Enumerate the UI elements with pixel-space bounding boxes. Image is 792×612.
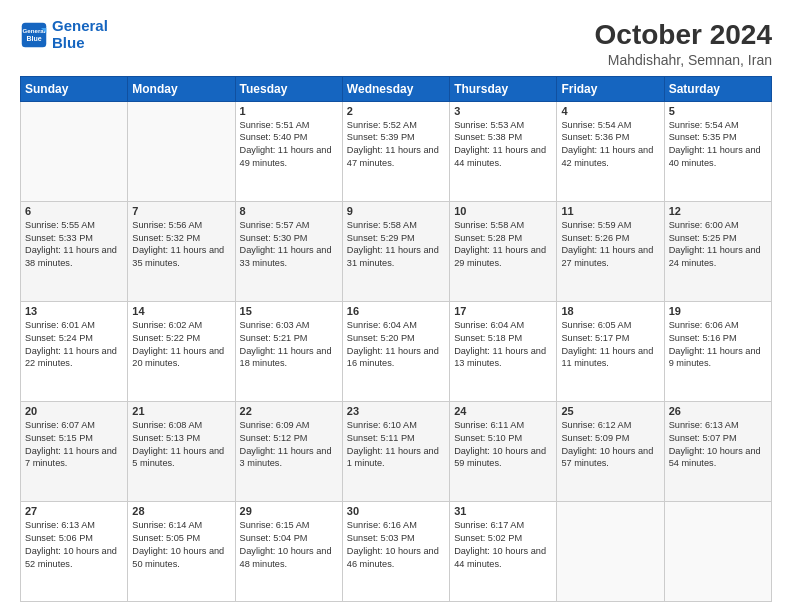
day-detail: Sunrise: 6:10 AM Sunset: 5:11 PM Dayligh… bbox=[347, 419, 445, 471]
day-number: 11 bbox=[561, 205, 659, 217]
weekday-header: Saturday bbox=[664, 76, 771, 101]
day-detail: Sunrise: 6:13 AM Sunset: 5:06 PM Dayligh… bbox=[25, 519, 123, 571]
day-detail: Sunrise: 6:15 AM Sunset: 5:04 PM Dayligh… bbox=[240, 519, 338, 571]
day-number: 1 bbox=[240, 105, 338, 117]
calendar-week-row: 1Sunrise: 5:51 AM Sunset: 5:40 PM Daylig… bbox=[21, 101, 772, 201]
calendar-cell: 19Sunrise: 6:06 AM Sunset: 5:16 PM Dayli… bbox=[664, 301, 771, 401]
calendar-cell: 15Sunrise: 6:03 AM Sunset: 5:21 PM Dayli… bbox=[235, 301, 342, 401]
logo-icon: General Blue bbox=[20, 21, 48, 49]
calendar-cell bbox=[664, 501, 771, 601]
calendar-cell: 10Sunrise: 5:58 AM Sunset: 5:28 PM Dayli… bbox=[450, 201, 557, 301]
logo-text: General Blue bbox=[52, 18, 108, 51]
calendar-cell: 1Sunrise: 5:51 AM Sunset: 5:40 PM Daylig… bbox=[235, 101, 342, 201]
day-number: 6 bbox=[25, 205, 123, 217]
day-detail: Sunrise: 6:16 AM Sunset: 5:03 PM Dayligh… bbox=[347, 519, 445, 571]
weekday-header: Thursday bbox=[450, 76, 557, 101]
day-detail: Sunrise: 5:53 AM Sunset: 5:38 PM Dayligh… bbox=[454, 119, 552, 171]
calendar-cell: 20Sunrise: 6:07 AM Sunset: 5:15 PM Dayli… bbox=[21, 401, 128, 501]
title-block: October 2024 Mahdishahr, Semnan, Iran bbox=[595, 18, 772, 68]
day-number: 8 bbox=[240, 205, 338, 217]
day-detail: Sunrise: 6:13 AM Sunset: 5:07 PM Dayligh… bbox=[669, 419, 767, 471]
day-detail: Sunrise: 6:04 AM Sunset: 5:18 PM Dayligh… bbox=[454, 319, 552, 371]
calendar-cell: 30Sunrise: 6:16 AM Sunset: 5:03 PM Dayli… bbox=[342, 501, 449, 601]
day-number: 27 bbox=[25, 505, 123, 517]
calendar-cell: 14Sunrise: 6:02 AM Sunset: 5:22 PM Dayli… bbox=[128, 301, 235, 401]
day-detail: Sunrise: 6:03 AM Sunset: 5:21 PM Dayligh… bbox=[240, 319, 338, 371]
main-title: October 2024 bbox=[595, 18, 772, 52]
day-number: 31 bbox=[454, 505, 552, 517]
calendar-cell: 16Sunrise: 6:04 AM Sunset: 5:20 PM Dayli… bbox=[342, 301, 449, 401]
calendar-cell bbox=[21, 101, 128, 201]
day-number: 21 bbox=[132, 405, 230, 417]
weekday-header: Monday bbox=[128, 76, 235, 101]
calendar-cell: 22Sunrise: 6:09 AM Sunset: 5:12 PM Dayli… bbox=[235, 401, 342, 501]
logo-blue: Blue bbox=[52, 34, 85, 51]
day-number: 4 bbox=[561, 105, 659, 117]
calendar-header-row: SundayMondayTuesdayWednesdayThursdayFrid… bbox=[21, 76, 772, 101]
calendar-cell: 17Sunrise: 6:04 AM Sunset: 5:18 PM Dayli… bbox=[450, 301, 557, 401]
day-detail: Sunrise: 6:01 AM Sunset: 5:24 PM Dayligh… bbox=[25, 319, 123, 371]
day-detail: Sunrise: 6:17 AM Sunset: 5:02 PM Dayligh… bbox=[454, 519, 552, 571]
day-detail: Sunrise: 6:06 AM Sunset: 5:16 PM Dayligh… bbox=[669, 319, 767, 371]
day-number: 24 bbox=[454, 405, 552, 417]
day-number: 15 bbox=[240, 305, 338, 317]
calendar-week-row: 13Sunrise: 6:01 AM Sunset: 5:24 PM Dayli… bbox=[21, 301, 772, 401]
day-detail: Sunrise: 6:08 AM Sunset: 5:13 PM Dayligh… bbox=[132, 419, 230, 471]
calendar-cell: 26Sunrise: 6:13 AM Sunset: 5:07 PM Dayli… bbox=[664, 401, 771, 501]
weekday-header: Tuesday bbox=[235, 76, 342, 101]
day-number: 28 bbox=[132, 505, 230, 517]
day-number: 18 bbox=[561, 305, 659, 317]
weekday-header: Sunday bbox=[21, 76, 128, 101]
calendar-cell: 2Sunrise: 5:52 AM Sunset: 5:39 PM Daylig… bbox=[342, 101, 449, 201]
day-number: 9 bbox=[347, 205, 445, 217]
day-number: 29 bbox=[240, 505, 338, 517]
day-detail: Sunrise: 6:04 AM Sunset: 5:20 PM Dayligh… bbox=[347, 319, 445, 371]
day-detail: Sunrise: 5:51 AM Sunset: 5:40 PM Dayligh… bbox=[240, 119, 338, 171]
header: General Blue General Blue October 2024 M… bbox=[20, 18, 772, 68]
svg-text:Blue: Blue bbox=[26, 35, 41, 42]
calendar-cell: 5Sunrise: 5:54 AM Sunset: 5:35 PM Daylig… bbox=[664, 101, 771, 201]
day-detail: Sunrise: 6:07 AM Sunset: 5:15 PM Dayligh… bbox=[25, 419, 123, 471]
calendar-week-row: 20Sunrise: 6:07 AM Sunset: 5:15 PM Dayli… bbox=[21, 401, 772, 501]
day-number: 20 bbox=[25, 405, 123, 417]
calendar-cell: 18Sunrise: 6:05 AM Sunset: 5:17 PM Dayli… bbox=[557, 301, 664, 401]
day-number: 17 bbox=[454, 305, 552, 317]
calendar-cell: 28Sunrise: 6:14 AM Sunset: 5:05 PM Dayli… bbox=[128, 501, 235, 601]
day-detail: Sunrise: 6:05 AM Sunset: 5:17 PM Dayligh… bbox=[561, 319, 659, 371]
day-number: 12 bbox=[669, 205, 767, 217]
day-number: 7 bbox=[132, 205, 230, 217]
day-number: 16 bbox=[347, 305, 445, 317]
day-detail: Sunrise: 5:58 AM Sunset: 5:29 PM Dayligh… bbox=[347, 219, 445, 271]
calendar-cell: 21Sunrise: 6:08 AM Sunset: 5:13 PM Dayli… bbox=[128, 401, 235, 501]
day-detail: Sunrise: 5:54 AM Sunset: 5:35 PM Dayligh… bbox=[669, 119, 767, 171]
day-number: 3 bbox=[454, 105, 552, 117]
calendar-table: SundayMondayTuesdayWednesdayThursdayFrid… bbox=[20, 76, 772, 602]
day-detail: Sunrise: 5:56 AM Sunset: 5:32 PM Dayligh… bbox=[132, 219, 230, 271]
day-detail: Sunrise: 5:57 AM Sunset: 5:30 PM Dayligh… bbox=[240, 219, 338, 271]
calendar-cell bbox=[557, 501, 664, 601]
weekday-header: Wednesday bbox=[342, 76, 449, 101]
day-detail: Sunrise: 6:12 AM Sunset: 5:09 PM Dayligh… bbox=[561, 419, 659, 471]
day-number: 22 bbox=[240, 405, 338, 417]
logo-general: General bbox=[52, 17, 108, 34]
day-number: 25 bbox=[561, 405, 659, 417]
calendar-cell: 8Sunrise: 5:57 AM Sunset: 5:30 PM Daylig… bbox=[235, 201, 342, 301]
calendar-cell: 11Sunrise: 5:59 AM Sunset: 5:26 PM Dayli… bbox=[557, 201, 664, 301]
day-detail: Sunrise: 5:55 AM Sunset: 5:33 PM Dayligh… bbox=[25, 219, 123, 271]
day-number: 2 bbox=[347, 105, 445, 117]
day-detail: Sunrise: 5:58 AM Sunset: 5:28 PM Dayligh… bbox=[454, 219, 552, 271]
calendar-cell: 29Sunrise: 6:15 AM Sunset: 5:04 PM Dayli… bbox=[235, 501, 342, 601]
day-detail: Sunrise: 6:02 AM Sunset: 5:22 PM Dayligh… bbox=[132, 319, 230, 371]
calendar-cell: 24Sunrise: 6:11 AM Sunset: 5:10 PM Dayli… bbox=[450, 401, 557, 501]
logo: General Blue General Blue bbox=[20, 18, 108, 51]
calendar-week-row: 27Sunrise: 6:13 AM Sunset: 5:06 PM Dayli… bbox=[21, 501, 772, 601]
day-detail: Sunrise: 6:14 AM Sunset: 5:05 PM Dayligh… bbox=[132, 519, 230, 571]
calendar-cell: 3Sunrise: 5:53 AM Sunset: 5:38 PM Daylig… bbox=[450, 101, 557, 201]
day-number: 23 bbox=[347, 405, 445, 417]
calendar-cell bbox=[128, 101, 235, 201]
day-number: 5 bbox=[669, 105, 767, 117]
sub-title: Mahdishahr, Semnan, Iran bbox=[595, 52, 772, 68]
calendar-cell: 9Sunrise: 5:58 AM Sunset: 5:29 PM Daylig… bbox=[342, 201, 449, 301]
day-number: 19 bbox=[669, 305, 767, 317]
day-detail: Sunrise: 5:54 AM Sunset: 5:36 PM Dayligh… bbox=[561, 119, 659, 171]
